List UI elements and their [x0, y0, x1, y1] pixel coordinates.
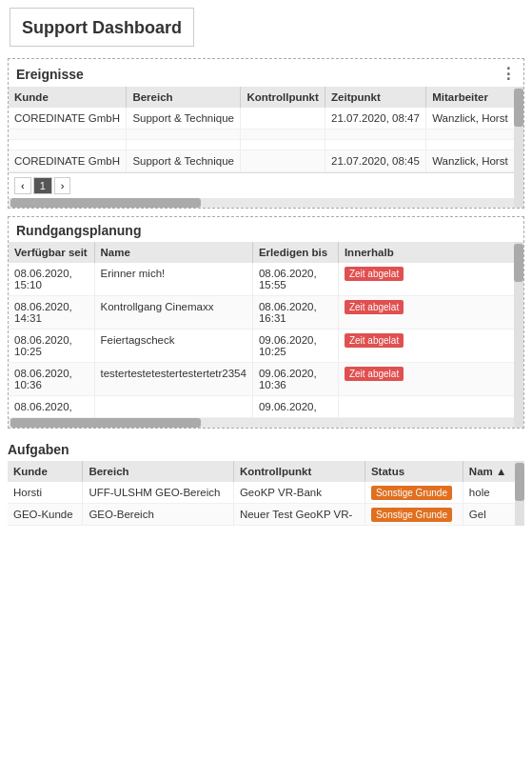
r-verfuegbar-0: 08.06.2020, 15:10 [9, 263, 94, 296]
e-kontrollpunkt-2 [241, 140, 325, 150]
aufgaben-v-scrollbar[interactable] [515, 461, 524, 526]
col-verfuegbar: Verfügbar seit [9, 242, 94, 263]
ereignisse-table-container: Kunde Bereich Kontrollpunkt Zeitpunkt Mi… [9, 87, 523, 208]
aufgaben-main: Kunde Bereich Kontrollpunkt Status Nam ▲… [8, 461, 515, 526]
a-kunde-1: GEO-Kunde [8, 504, 83, 526]
prev-page-btn[interactable]: ‹ [14, 177, 31, 194]
r-name-4 [94, 396, 252, 418]
a-kontrollpunkt-1: Neuer Test GeoKP VR- [233, 504, 365, 526]
e-kontrollpunkt-3 [241, 150, 325, 172]
ereignisse-menu-icon[interactable]: ⋮ [501, 65, 516, 83]
col-bereich: Bereich [127, 87, 241, 108]
col-a-name: Nam ▲ [463, 461, 515, 482]
e-kunde-3: COREDINATE GmbH [9, 150, 127, 172]
ereignisse-h-scrollbar-thumb [10, 198, 201, 208]
col-a-kontrollpunkt: Kontrollpunkt [233, 461, 365, 482]
ereignisse-table: Kunde Bereich Kontrollpunkt Zeitpunkt Mi… [9, 87, 514, 172]
rundgang-header: Rundgangsplanung [9, 217, 523, 242]
r-erledigen-0: 08.06.2020, 15:55 [252, 263, 338, 296]
zeit-badge-0: Zeit abgelat [345, 267, 404, 281]
rundgang-row-0: 08.06.2020, 15:10 Erinner mich! 08.06.20… [9, 263, 514, 296]
ereignisse-header-row: Kunde Bereich Kontrollpunkt Zeitpunkt Mi… [9, 87, 514, 108]
rundgang-h-scrollbar-thumb [10, 418, 201, 428]
e-zeitpunkt-1 [325, 130, 426, 140]
aufgaben-row-0: Horsti UFF-ULSHM GEO-Bereich GeoKP VR-Ba… [8, 482, 515, 504]
ereignisse-pagination: ‹ 1 › [9, 172, 514, 198]
rundgang-row-1: 08.06.2020, 14:31 Kontrollgang Cinemaxx … [9, 296, 514, 330]
e-kunde-2 [9, 140, 127, 150]
ereignisse-row-0: COREDINATE GmbH Support & Technique 21.0… [9, 108, 514, 130]
e-kontrollpunkt-0 [241, 108, 325, 130]
e-zeitpunkt-0: 21.07.2020, 08:47 [325, 108, 426, 130]
ereignisse-v-scrollbar-thumb [514, 89, 523, 127]
aufgaben-table: Kunde Bereich Kontrollpunkt Status Nam ▲… [8, 461, 515, 526]
rundgang-h-scrollbar[interactable] [9, 418, 514, 428]
e-bereich-1 [127, 130, 241, 140]
col-kontrollpunkt: Kontrollpunkt [241, 87, 325, 108]
ereignisse-v-scrollbar[interactable] [514, 87, 523, 208]
a-name-0: hole [463, 482, 515, 504]
r-innerhalb-3: Zeit abgelat [338, 363, 514, 396]
r-verfuegbar-1: 08.06.2020, 14:31 [9, 296, 94, 330]
r-innerhalb-1: Zeit abgelat [338, 296, 514, 330]
rundgang-thead: Verfügbar seit Name Erledigen bis Innerh… [9, 242, 514, 263]
e-kontrollpunkt-1 [241, 130, 325, 140]
r-verfuegbar-4: 08.06.2020, [9, 396, 94, 418]
rundgang-row-4: 08.06.2020, 09.06.2020, [9, 396, 514, 418]
aufgaben-tbody: Horsti UFF-ULSHM GEO-Bereich GeoKP VR-Ba… [8, 482, 515, 526]
aufgaben-label: Aufgaben [8, 442, 69, 457]
aufgaben-scroll[interactable]: Kunde Bereich Kontrollpunkt Status Nam ▲… [8, 461, 515, 526]
ereignisse-thead: Kunde Bereich Kontrollpunkt Zeitpunkt Mi… [9, 87, 514, 108]
a-kunde-0: Horsti [8, 482, 83, 504]
status-badge-1: Sonstige Grunde [371, 508, 452, 522]
ereignisse-section: Ereignisse ⋮ Kunde Bereich Kontrollpunkt… [8, 58, 524, 209]
aufgaben-section: Aufgaben Kunde Bereich Kontrollpunkt Sta… [8, 436, 524, 526]
aufgaben-table-container: Kunde Bereich Kontrollpunkt Status Nam ▲… [8, 461, 524, 526]
r-innerhalb-0: Zeit abgelat [338, 263, 514, 296]
a-status-1: Sonstige Grunde [365, 504, 463, 526]
ereignisse-row-3: COREDINATE GmbH Support & Technique 21.0… [9, 150, 514, 172]
aufgaben-header-row: Kunde Bereich Kontrollpunkt Status Nam ▲ [8, 461, 515, 482]
rundgang-label: Rundgangsplanung [16, 223, 141, 238]
rundgang-table: Verfügbar seit Name Erledigen bis Innerh… [9, 242, 514, 418]
col-zeitpunkt: Zeitpunkt [325, 87, 426, 108]
e-bereich-0: Support & Technique [127, 108, 241, 130]
e-kunde-1 [9, 130, 127, 140]
col-name: Name [94, 242, 252, 263]
r-erledigen-2: 09.06.2020, 10:25 [252, 330, 338, 363]
ereignisse-tbody: COREDINATE GmbH Support & Technique 21.0… [9, 108, 514, 172]
r-innerhalb-2: Zeit abgelat [338, 330, 514, 363]
col-a-status: Status [365, 461, 463, 482]
ereignisse-h-scrollbar[interactable] [9, 198, 514, 208]
rundgang-tbody: 08.06.2020, 15:10 Erinner mich! 08.06.20… [9, 263, 514, 418]
e-mitarbeiter-2 [426, 140, 514, 150]
rundgang-main: Verfügbar seit Name Erledigen bis Innerh… [9, 242, 514, 428]
e-zeitpunkt-2 [325, 140, 426, 150]
current-page-btn[interactable]: 1 [33, 177, 52, 194]
ereignisse-label: Ereignisse [16, 67, 84, 82]
a-kontrollpunkt-0: GeoKP VR-Bank [233, 482, 365, 504]
next-page-btn[interactable]: › [54, 177, 71, 194]
r-name-0: Erinner mich! [94, 263, 252, 296]
zeit-badge-1: Zeit abgelat [345, 300, 404, 314]
zeit-badge-2: Zeit abgelat [345, 333, 404, 348]
ereignisse-header: Ereignisse ⋮ [9, 59, 523, 87]
col-erledigen: Erledigen bis [252, 242, 338, 263]
rundgang-scroll[interactable]: Verfügbar seit Name Erledigen bis Innerh… [9, 242, 514, 418]
r-verfuegbar-2: 08.06.2020, 10:25 [9, 330, 94, 363]
rundgang-section: Rundgangsplanung Verfügbar seit Name Erl… [8, 216, 524, 429]
r-name-2: Feiertagscheck [94, 330, 252, 363]
ereignisse-scroll[interactable]: Kunde Bereich Kontrollpunkt Zeitpunkt Mi… [9, 87, 514, 172]
e-mitarbeiter-1 [426, 130, 514, 140]
status-badge-0: Sonstige Grunde [371, 486, 452, 500]
page-title: Support Dashboard [10, 8, 194, 47]
rundgang-row-3: 08.06.2020, 10:36 testertestetesterteste… [9, 363, 514, 396]
e-zeitpunkt-3: 21.07.2020, 08:45 [325, 150, 426, 172]
e-kunde-0: COREDINATE GmbH [9, 108, 127, 130]
ereignisse-row-1 [9, 130, 514, 140]
rundgang-v-scrollbar[interactable] [514, 242, 523, 428]
a-bereich-1: GEO-Bereich [83, 504, 234, 526]
rundgang-v-scrollbar-thumb [514, 244, 523, 282]
aufgaben-v-scrollbar-thumb [515, 463, 524, 501]
ereignisse-row-2 [9, 140, 514, 150]
